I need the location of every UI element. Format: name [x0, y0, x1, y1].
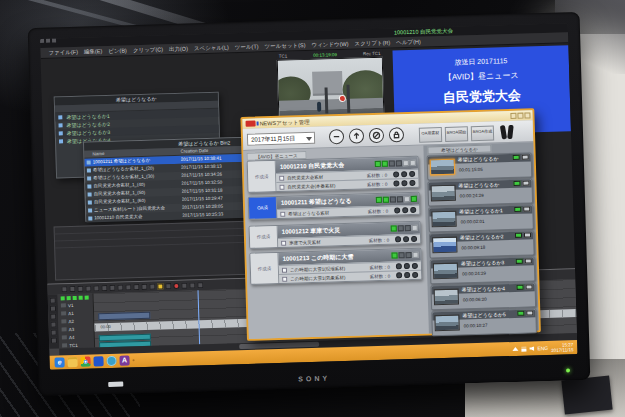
transfer-badge [513, 181, 520, 186]
story-buttons[interactable] [375, 160, 416, 167]
timecode-display: 00:13:19:09 [313, 52, 337, 58]
track-header[interactable]: V1 A1 A2 A3 A4 TC1 [58, 293, 96, 348]
camera-icon[interactable] [329, 129, 344, 144]
story-card-2[interactable]: OA済 10001211 希望はどうなる 希望はどうなる素材素材数：0 [248, 192, 421, 220]
clip-thumbnail[interactable] [431, 185, 456, 202]
no-transmit-icon[interactable] [369, 128, 384, 143]
story-status: 作成済 [250, 253, 279, 284]
video-person [317, 102, 321, 112]
menu-tools[interactable]: ツール(T) [232, 43, 262, 51]
story-card-1[interactable]: 作成済 10001210 自民党党大会 自民党党大会素材素材数：0 自民党党大会… [247, 156, 420, 193]
menu-special[interactable]: スペシャル(L) [191, 44, 232, 52]
screen: 10001210 自民党党大会 ファイル(F) 編集(E) ビン(B) クリップ… [40, 23, 578, 370]
story-buttons[interactable] [376, 196, 417, 203]
network-icon[interactable] [521, 346, 526, 351]
active-app[interactable] [133, 359, 135, 361]
clip-icon [88, 208, 92, 212]
doc-icon [279, 176, 284, 181]
playhead[interactable] [198, 290, 201, 344]
avid-app-icon[interactable]: A [119, 355, 129, 365]
clip-timecode: 00:00:09:18 [461, 245, 485, 251]
lock-icon[interactable] [389, 127, 404, 142]
clip-item[interactable]: 希望はどうなるか5 00:00:10:27 [431, 308, 537, 336]
hand-icon[interactable] [500, 124, 514, 140]
story-card-3[interactable]: 作成済 10001212 車庫で火災 車庫で火災素材素材数：0 [249, 221, 422, 249]
clip-thumbnail[interactable] [433, 263, 458, 280]
clip-list-pane: 希望はどうなるか 希望はどうなるか 00:01:15:05 希望はどうなるか 0… [423, 142, 539, 333]
status-dots [394, 207, 416, 214]
asset-manager-title: NEWSアセット管理 [259, 119, 309, 126]
window-buttons[interactable] [510, 112, 530, 119]
broa-start-button[interactable]: BROA開始 [445, 126, 468, 142]
story-buttons[interactable] [391, 252, 418, 259]
tc-mode: Rec TC1 [363, 50, 381, 56]
story-title: 10001213 この時期に大雪 [283, 254, 354, 262]
menu-toolset[interactable]: ツールセット(S) [261, 41, 308, 49]
app-icon-blue[interactable] [93, 356, 103, 366]
link-badge [525, 258, 532, 263]
transfer-badge [513, 155, 520, 160]
bezel-sticker [108, 382, 123, 387]
clip-timecode: 00:00:02:01 [461, 219, 485, 225]
date-field[interactable]: 2017年11月15日 [247, 132, 315, 146]
tray-date: 2017/11/15 [551, 347, 573, 353]
clip-thumbnail[interactable] [431, 211, 456, 228]
track-indicator: TC1 [279, 53, 288, 58]
slate-title: 自民党党大会 [394, 85, 570, 108]
asset-manager-window: NEWSアセット管理 2017年11月15日 OA用素材 BROA開始 BROA… [240, 108, 541, 341]
system-tray: ENG 15:27 2017/11/15 [512, 342, 577, 354]
clip-thumbnail[interactable] [434, 315, 459, 332]
clip-icon [87, 184, 91, 188]
clip-timecode: 00:00:06:20 [463, 297, 487, 303]
explorer-icon[interactable] [67, 357, 77, 367]
clip-item[interactable]: 希望はどうなるか 00:01:15:05 [427, 152, 533, 180]
clip-item[interactable]: 希望はどうなるか4 00:00:06:20 [430, 282, 536, 310]
story-card-4[interactable]: 作成済 10001213 この時期に大雪 この時期に大雪1(現場素材)素材数：0… [249, 248, 422, 285]
clip-thumbnail[interactable] [432, 237, 457, 254]
browser-globe-icon[interactable] [106, 356, 116, 366]
clip-thumbnail[interactable] [434, 289, 459, 306]
clip-icon [88, 200, 92, 204]
broa-create-button[interactable]: BROA作成 [471, 125, 494, 141]
doc-icon [279, 185, 284, 190]
link-badge [523, 206, 530, 211]
clip-timecode: 00:00:24:29 [460, 193, 484, 199]
chrome-icon[interactable] [80, 357, 90, 367]
clip-item[interactable]: 希望はどうなるか1 00:00:02:01 [428, 204, 534, 232]
menu-output[interactable]: 出力(O) [166, 45, 191, 53]
video-clip[interactable] [98, 312, 150, 321]
volume-icon[interactable] [529, 346, 534, 351]
transfer-badge [517, 311, 524, 316]
story-buttons[interactable] [391, 225, 418, 232]
link-badge [524, 232, 531, 237]
tray-expand-icon[interactable] [512, 347, 518, 351]
antenna-icon[interactable] [349, 128, 364, 143]
story-title: 10001212 車庫で火災 [282, 227, 341, 235]
status-dots [395, 236, 417, 243]
menu-edit[interactable]: 編集(E) [81, 47, 106, 55]
clip-icon [88, 192, 92, 196]
rundown-pane: 【AVID】昼ニュース 作成済 10001210 自民党党大会 自民党党大会素材… [243, 146, 428, 339]
status-dots [393, 171, 415, 178]
doc-icon [281, 241, 286, 246]
link-badge [526, 310, 533, 315]
clip-item[interactable]: 希望はどうなるか 00:00:24:29 [427, 178, 533, 206]
clip-item[interactable]: 希望はどうなるか2 00:00:09:18 [429, 230, 535, 258]
menu-help[interactable]: ヘルプ(H) [393, 38, 424, 46]
menu-bin[interactable]: ビン(B) [105, 47, 130, 55]
menu-clip[interactable]: クリップ(C) [130, 46, 166, 54]
menu-file[interactable]: ファイル(F) [45, 48, 81, 56]
clip-item[interactable]: 希望はどうなるか3 00:00:24:29 [430, 256, 536, 284]
transfer-badge [516, 259, 523, 264]
transfer-badge [516, 285, 523, 290]
link-badge [522, 180, 529, 185]
story-status: 作成済 [250, 226, 279, 248]
ie-icon[interactable]: e [54, 357, 64, 367]
language-indicator[interactable]: ENG [537, 345, 548, 351]
menu-script[interactable]: スクリプト(R) [351, 39, 393, 47]
clock[interactable]: 15:27 2017/11/15 [551, 342, 573, 353]
clip-icon [87, 168, 91, 172]
clip-thumbnail-selected[interactable] [430, 159, 455, 176]
menu-windows[interactable]: ウィンドウ(W) [308, 40, 351, 48]
oa-material-button[interactable]: OA用素材 [419, 127, 442, 143]
